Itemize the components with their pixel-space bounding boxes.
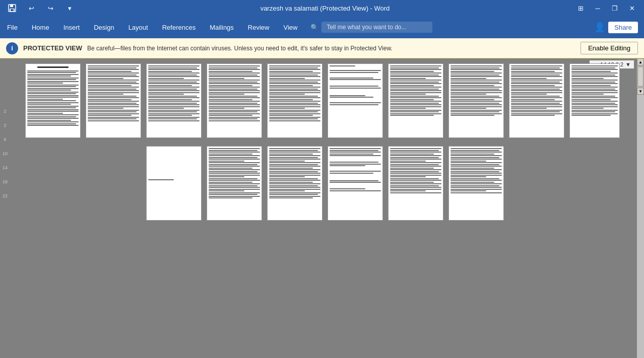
protected-view-title: PROTECTED VIEW	[23, 44, 82, 52]
vertical-scrollbar[interactable]: ▲ ▼	[637, 58, 644, 358]
page-5[interactable]	[267, 63, 323, 138]
tab-references[interactable]: References	[155, 16, 203, 38]
svg-rect-1	[10, 5, 13, 7]
left-ruler: 2 2 6 10 14 18 22	[0, 58, 10, 358]
page-7[interactable]	[388, 63, 443, 138]
page-8[interactable]	[448, 63, 504, 138]
page-9[interactable]	[509, 63, 564, 138]
search-input[interactable]	[321, 22, 432, 33]
document-area: ▲ 14 10 6 2 ▼ 2 2 6 10 14 18 22	[0, 58, 644, 358]
protected-view-bar: i PROTECTED VIEW Be careful—files from t…	[0, 38, 644, 58]
user-icon: 👤	[594, 22, 605, 33]
pages-row-2	[25, 146, 622, 221]
pages-container	[10, 58, 637, 358]
save-button[interactable]	[4, 0, 20, 16]
scroll-thumb[interactable]	[637, 66, 643, 87]
scroll-up-button[interactable]: ▲	[637, 58, 644, 65]
ribbon-search-area: 🔍	[304, 16, 588, 38]
tab-home[interactable]: Home	[25, 16, 56, 38]
tab-insert[interactable]: Insert	[56, 16, 87, 38]
tab-layout[interactable]: Layout	[121, 16, 155, 38]
svg-rect-3	[11, 9, 14, 11]
tab-view[interactable]: View	[276, 16, 304, 38]
page-3[interactable]	[146, 63, 202, 138]
share-button[interactable]: Share	[608, 22, 638, 33]
page-1[interactable]	[25, 63, 81, 138]
page-15[interactable]	[388, 146, 443, 221]
page-6[interactable]	[328, 63, 383, 138]
tab-file[interactable]: File	[0, 16, 25, 38]
title-bar: ↩ ↪ ▾ varzesh va salamati (Protected Vie…	[0, 0, 644, 16]
scroll-down-button[interactable]: ▼	[637, 88, 644, 95]
protected-icon: i	[6, 42, 18, 54]
tab-design[interactable]: Design	[87, 16, 121, 38]
page-10[interactable]	[569, 63, 620, 138]
page-12[interactable]	[207, 146, 262, 221]
window-title: varzesh va salamati (Protected View) - W…	[78, 5, 572, 12]
redo-button[interactable]: ↪	[42, 0, 58, 16]
protected-view-message: Be careful—files from the Internet can c…	[87, 45, 575, 52]
page-13[interactable]	[267, 146, 323, 221]
search-icon: 🔍	[310, 24, 318, 31]
down-arrow-icon[interactable]: ▼	[625, 61, 631, 67]
page-2[interactable]	[86, 63, 141, 138]
pages-row-1	[25, 63, 622, 138]
quick-access-dropdown[interactable]: ▾	[61, 0, 78, 16]
ribbon: File Home Insert Design Layout Reference…	[0, 16, 644, 38]
ribbon-right: 👤 Share	[588, 16, 644, 38]
tab-review[interactable]: Review	[241, 16, 277, 38]
close-button[interactable]: ✕	[624, 0, 640, 16]
page-4[interactable]	[207, 63, 262, 138]
minimize-button[interactable]: ─	[590, 0, 606, 16]
restore-button[interactable]: ❐	[607, 0, 623, 16]
page-11[interactable]	[146, 146, 202, 221]
undo-button[interactable]: ↩	[23, 0, 39, 16]
page-14[interactable]	[328, 146, 383, 221]
title-bar-right: ⊞ ─ ❐ ✕	[572, 0, 640, 16]
tab-mailings[interactable]: Mailings	[203, 16, 241, 38]
enable-editing-button[interactable]: Enable Editing	[581, 42, 638, 54]
page-16[interactable]	[448, 146, 504, 221]
presentation-icon[interactable]: ⊞	[572, 0, 589, 16]
title-bar-left: ↩ ↪ ▾	[4, 0, 78, 16]
